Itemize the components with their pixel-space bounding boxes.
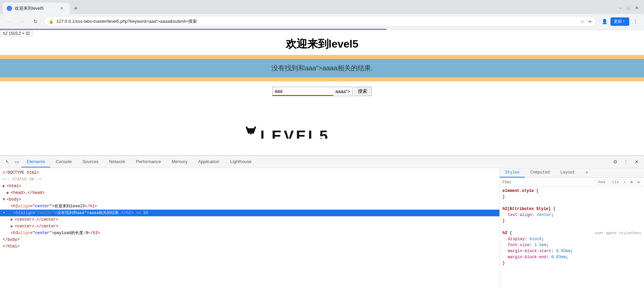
maximize-btn[interactable]: □: [627, 5, 630, 10]
filter-hov-btn[interactable]: :hov: [595, 179, 607, 185]
element-html[interactable]: ▶ <html>: [0, 183, 499, 190]
filter-add-btn[interactable]: +: [622, 179, 628, 185]
svg-text:LEVEL5: LEVEL5: [260, 127, 330, 139]
update-button[interactable]: 更新！: [610, 17, 629, 26]
banner-top: [0, 55, 644, 59]
prop-name-text-align: text-align: [508, 213, 532, 217]
element-head[interactable]: ▶ <head>…</head>: [0, 190, 499, 196]
forward-button[interactable]: →: [17, 17, 27, 26]
more-options-icon[interactable]: ⋮: [621, 156, 631, 168]
styles-tab-styles[interactable]: Styles: [500, 168, 525, 177]
element-center2[interactable]: ▶ <center>…</center>: [0, 223, 499, 230]
body-close-tag: </body>: [3, 236, 19, 243]
elements-panel: <!DOCTYPE html> <!--STATUS OK--> ▶ <html…: [0, 168, 500, 288]
devtools-cursor-icon[interactable]: ↖: [3, 156, 12, 168]
minimize-btn[interactable]: –: [619, 5, 622, 10]
rule-close-element: }: [502, 194, 641, 200]
address-bar-row: ← → ↻ 🔒 127.0.0.1/xss-labs-master/level5…: [0, 14, 644, 29]
prop-margin-block-start: margin-block-start: 0.83em;: [502, 248, 641, 254]
element-doctype[interactable]: <!DOCTYPE html>: [0, 169, 499, 176]
filter-unfold-btn[interactable]: ⊞: [629, 179, 635, 185]
styles-tab-computed[interactable]: Computed: [525, 168, 555, 177]
search-form: aaaa">: [272, 87, 353, 96]
center1-arrow[interactable]: ▶: [11, 216, 15, 223]
element-h1[interactable]: <h1 align="center">欢迎来到level5</h1>: [0, 203, 499, 210]
banner-bottom: [0, 77, 644, 81]
tab-close-btn[interactable]: ✕: [59, 6, 64, 11]
reload-button[interactable]: ↻: [31, 17, 40, 26]
body-tag: <body>: [7, 196, 21, 203]
search-input[interactable]: [273, 87, 333, 96]
active-tab[interactable]: 欢迎来到level5 ✕: [3, 3, 70, 14]
rule-close-h2-attr: }: [502, 218, 641, 224]
tab-performance[interactable]: Performance: [130, 156, 166, 167]
account-icon[interactable]: 👤: [600, 17, 609, 26]
element-center1[interactable]: ▶ <center>…</center>: [0, 216, 499, 223]
center2-arrow[interactable]: ▶: [11, 223, 15, 230]
devtools-right-icons: ⚙ ⋮ ✕: [610, 156, 641, 168]
prop-font-size: font-size: 1.5em;: [502, 242, 641, 248]
back-button[interactable]: ←: [4, 17, 13, 26]
head-arrow[interactable]: ▶: [7, 190, 11, 196]
styles-filter-input[interactable]: [502, 180, 592, 185]
settings-icon[interactable]: ⚙: [610, 156, 620, 168]
tab-console[interactable]: Console: [50, 156, 77, 167]
prop-val-display: block: [530, 237, 542, 241]
devtools-body: <!DOCTYPE html> <!--STATUS OK--> ▶ <html…: [0, 168, 644, 288]
loading-bar: [0, 29, 386, 30]
dom-eq-marker: == $0: [136, 210, 148, 216]
element-body[interactable]: ▼ <body>: [0, 196, 499, 203]
share-icon[interactable]: ⇥: [587, 19, 591, 24]
element-body-close[interactable]: </body>: [0, 236, 499, 243]
more-icon[interactable]: ⋮: [631, 17, 640, 26]
body-arrow[interactable]: ▼: [3, 196, 7, 203]
prop-val-margin-block-end: 0.83em: [551, 255, 566, 260]
tab-application[interactable]: Application: [193, 156, 225, 167]
center2-tag: <center>…</center>: [15, 223, 58, 230]
tab-title: 欢迎来到level5: [15, 5, 56, 11]
html-close-tag: </html>: [3, 243, 19, 250]
devtools-device-icon[interactable]: ▭: [12, 156, 21, 168]
element-html-close[interactable]: </html>: [0, 243, 499, 250]
doctype-tag: <!DOCTYPE html>: [3, 169, 39, 176]
devtools: ↖ ▭ Elements Console Sources Network Per…: [0, 155, 644, 288]
element-tooltip: h2 1503.2 × 32: [0, 30, 33, 37]
filter-cls-btn[interactable]: .cls: [608, 179, 621, 185]
ua-stylesheet-label: user agent stylesheet: [595, 230, 641, 236]
page-content: h2 1503.2 × 32 欢迎来到level5 没有找到和aaa">aaaa…: [0, 30, 644, 139]
address-bar-actions: ☆ ⇥: [580, 19, 591, 24]
rule-close-h2: }: [502, 260, 641, 266]
rule-h2-ua: h2 { user agent stylesheet: [502, 230, 641, 236]
search-suffix: aaaa">: [333, 87, 352, 95]
styles-tab-more[interactable]: »: [580, 168, 593, 177]
styles-tab-layout[interactable]: Layout: [555, 168, 580, 177]
center1-tag: <center>…</center>: [15, 216, 58, 223]
rule-selector-h2-attr: h2[Attributes Style]: [502, 207, 553, 211]
prop-val-margin-block-start: 0.83em: [556, 249, 571, 254]
svg-point-0: [7, 6, 11, 10]
styles-rules: element.style { } h2[Attributes Style] {…: [500, 187, 644, 268]
dot-indicator: •: [3, 210, 5, 216]
filter-fold-btn[interactable]: ⊟: [636, 179, 641, 185]
tab-lighthouse[interactable]: Lighthouse: [225, 156, 257, 167]
new-tab-button[interactable]: +: [71, 4, 80, 13]
tab-elements[interactable]: Elements: [21, 156, 50, 167]
prop-val-font-size: 1.5em: [534, 243, 546, 247]
element-h2[interactable]: • <h2 align="center">没有找到和aaa">aaaa相关的结果…: [0, 210, 499, 216]
element-comment[interactable]: <!--STATUS OK-->: [0, 176, 499, 183]
close-devtools-icon[interactable]: ✕: [632, 156, 641, 168]
address-bar[interactable]: 🔒 127.0.0.1/xss-labs-master/level5.php?k…: [44, 16, 596, 27]
search-area: aaaa"> 搜索: [0, 81, 644, 101]
styles-panel: Styles Computed Layout » :hov .cls + ⊞ ⊟…: [500, 168, 644, 288]
close-btn[interactable]: ✕: [635, 5, 639, 10]
html-arrow[interactable]: ▶: [3, 183, 7, 190]
bookmark-icon[interactable]: ☆: [580, 19, 585, 24]
search-button[interactable]: 搜索: [354, 87, 372, 96]
tab-memory[interactable]: Memory: [166, 156, 193, 167]
filter-actions: :hov .cls + ⊞ ⊟: [595, 179, 641, 185]
element-h3[interactable]: <h3 align="center">payload的长度:9</h3>: [0, 230, 499, 236]
prop-margin-block-end: margin-block-end: 0.83em;: [502, 254, 641, 260]
h2-open-tag: <h2: [13, 210, 21, 216]
tab-sources[interactable]: Sources: [77, 156, 104, 167]
tab-network[interactable]: Network: [104, 156, 131, 167]
